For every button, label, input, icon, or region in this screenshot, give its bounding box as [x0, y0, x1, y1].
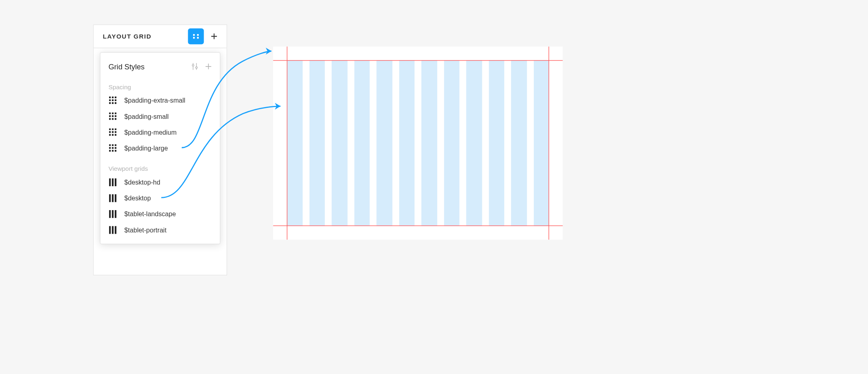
- svg-rect-11: [112, 97, 114, 98]
- svg-rect-48: [115, 178, 116, 187]
- style-item-padding-extra-small[interactable]: $padding-extra-small: [101, 92, 220, 108]
- sliders-icon: [191, 62, 199, 71]
- grid-column: [354, 60, 370, 226]
- svg-rect-54: [115, 210, 116, 218]
- svg-rect-53: [112, 210, 114, 218]
- svg-rect-26: [112, 118, 114, 120]
- svg-rect-27: [115, 118, 116, 120]
- style-name: $tablet-portrait: [125, 227, 167, 234]
- grid-styles-popover: Grid Styles Spacing: [100, 52, 220, 244]
- grid-styles-button[interactable]: [188, 28, 204, 44]
- svg-rect-32: [112, 131, 114, 133]
- svg-rect-1: [197, 34, 199, 36]
- svg-rect-14: [112, 99, 114, 101]
- svg-rect-35: [112, 134, 114, 135]
- svg-rect-23: [112, 115, 114, 117]
- svg-rect-51: [115, 194, 116, 202]
- canvas-frame[interactable]: [273, 47, 563, 240]
- svg-rect-20: [112, 112, 114, 114]
- grid-3x3-icon: [108, 96, 117, 105]
- style-name: $desktop: [125, 195, 151, 202]
- svg-rect-31: [109, 131, 111, 133]
- grid-column: [533, 60, 549, 226]
- svg-rect-37: [109, 144, 111, 146]
- grid-3x3-icon: [108, 144, 117, 153]
- group-label-viewport: Viewport grids: [101, 162, 220, 174]
- group-label-spacing: Spacing: [101, 80, 220, 92]
- svg-rect-43: [109, 150, 111, 152]
- svg-rect-45: [115, 150, 116, 152]
- style-name: $desktop-hd: [125, 179, 161, 186]
- panel-header: LAYOUT GRID: [94, 25, 227, 48]
- margin-guide-left: [287, 47, 287, 240]
- popover-title: Grid Styles: [108, 62, 188, 71]
- svg-rect-30: [115, 128, 116, 130]
- svg-rect-42: [115, 147, 116, 149]
- plus-icon: [204, 62, 213, 71]
- svg-rect-28: [109, 128, 111, 130]
- columns-icon: [108, 210, 117, 219]
- svg-rect-12: [115, 97, 116, 98]
- svg-rect-44: [112, 150, 114, 152]
- panel-title: LAYOUT GRID: [103, 33, 188, 40]
- grid-column: [376, 60, 392, 226]
- svg-rect-2: [193, 37, 195, 39]
- viewport-list: $desktop-hd $desktop $tablet-landscape $…: [101, 174, 220, 244]
- style-item-desktop[interactable]: $desktop: [101, 190, 220, 206]
- columns-icon: [108, 178, 117, 187]
- svg-rect-56: [112, 226, 114, 234]
- svg-point-4: [192, 64, 194, 66]
- grid-column: [287, 60, 303, 226]
- svg-point-7: [196, 67, 197, 69]
- margin-guide-bottom: [273, 226, 563, 226]
- svg-rect-19: [109, 112, 111, 114]
- svg-rect-33: [115, 131, 116, 133]
- style-item-desktop-hd[interactable]: $desktop-hd: [101, 174, 220, 190]
- style-item-tablet-portrait[interactable]: $tablet-portrait: [101, 222, 220, 238]
- svg-rect-15: [115, 99, 116, 101]
- svg-rect-47: [112, 178, 114, 187]
- margin-guide-right: [548, 47, 549, 240]
- settings-button[interactable]: [188, 60, 202, 73]
- grid-column: [466, 60, 482, 226]
- svg-rect-34: [109, 134, 111, 135]
- style-name: $padding-small: [125, 113, 169, 120]
- plus-icon: [210, 32, 218, 41]
- style-name: $tablet-landscape: [125, 211, 176, 217]
- svg-rect-22: [109, 115, 111, 117]
- svg-rect-18: [115, 102, 116, 104]
- svg-rect-46: [109, 178, 111, 187]
- svg-rect-50: [112, 194, 114, 202]
- margin-guide-top: [273, 60, 563, 60]
- grid-column: [511, 60, 527, 226]
- svg-rect-10: [109, 97, 111, 98]
- svg-rect-36: [115, 134, 116, 135]
- style-name: $padding-medium: [125, 129, 177, 136]
- style-item-padding-medium[interactable]: $padding-medium: [101, 125, 220, 140]
- grid-column: [444, 60, 460, 226]
- grid-column: [332, 60, 348, 226]
- svg-rect-41: [112, 147, 114, 149]
- svg-rect-49: [109, 194, 111, 202]
- svg-rect-55: [109, 226, 111, 234]
- grid-3x3-icon: [108, 128, 117, 137]
- svg-rect-57: [115, 226, 116, 234]
- svg-rect-3: [197, 37, 199, 39]
- style-item-padding-large[interactable]: $padding-large: [101, 140, 220, 156]
- svg-rect-24: [115, 115, 116, 117]
- grid-dots-icon: [193, 33, 200, 40]
- svg-rect-52: [109, 210, 111, 218]
- add-grid-button[interactable]: [206, 28, 222, 44]
- style-item-padding-small[interactable]: $padding-small: [101, 108, 220, 124]
- grid-3x3-icon: [108, 112, 117, 121]
- add-style-button[interactable]: [202, 60, 215, 73]
- svg-rect-39: [115, 144, 116, 146]
- style-item-tablet-landscape[interactable]: $tablet-landscape: [101, 206, 220, 222]
- svg-rect-40: [109, 147, 111, 149]
- spacing-list: $padding-extra-small $padding-small: [101, 92, 220, 162]
- svg-rect-17: [112, 102, 114, 104]
- popover-header: Grid Styles: [101, 53, 220, 80]
- grid-columns: [287, 60, 549, 226]
- grid-column: [489, 60, 505, 226]
- grid-column: [309, 60, 325, 226]
